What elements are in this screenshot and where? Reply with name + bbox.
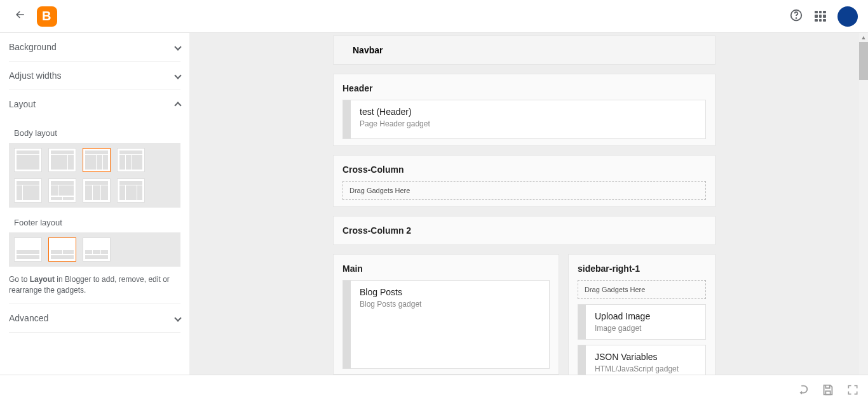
scrollbar-thumb[interactable] <box>859 42 868 80</box>
body-layout-option-3[interactable] <box>83 148 111 172</box>
chevron-down-icon <box>174 314 181 321</box>
layout-help-text: Go to Layout in Blogger to add, remove, … <box>9 274 180 296</box>
region-title: Header <box>342 83 706 100</box>
upload-image-gadget[interactable]: Upload Image Image gadget <box>578 304 706 340</box>
region-title: Cross-Column 2 <box>342 225 706 236</box>
bottom-bar <box>0 375 868 406</box>
footer-layout-option-1[interactable] <box>14 237 42 262</box>
chevron-up-icon <box>174 102 181 109</box>
settings-sidebar: Background Adjust widths Layout Body lay… <box>0 33 189 375</box>
footer-layout-grid <box>9 232 180 267</box>
section-background[interactable]: Background <box>9 33 180 62</box>
footer-layout-label: Footer layout <box>14 218 180 227</box>
section-label: Background <box>9 42 57 52</box>
section-label: Layout <box>9 99 36 109</box>
gadget-title: Blog Posts <box>360 287 540 297</box>
vertical-scrollbar[interactable]: ▲ <box>859 33 868 375</box>
drag-handle-icon[interactable] <box>578 305 586 339</box>
svg-point-1 <box>796 18 797 18</box>
region-title: Main <box>342 264 550 280</box>
header-region: Header test (Header) Page Header gadget <box>333 74 715 146</box>
drag-handle-icon[interactable] <box>578 345 586 375</box>
apps-icon[interactable] <box>815 11 826 22</box>
body-layout-option-6[interactable] <box>48 178 76 203</box>
help-icon[interactable] <box>789 8 803 25</box>
body-layout-option-7[interactable] <box>83 178 111 203</box>
drag-handle-icon[interactable] <box>343 281 351 368</box>
body-layout-option-8[interactable] <box>117 178 145 203</box>
section-label: Adjust widths <box>9 70 61 81</box>
gadget-title: JSON Variables <box>595 352 696 362</box>
cross-column-2-region: Cross-Column 2 <box>333 216 715 245</box>
gadget-subtitle: HTML/JavaScript gadget <box>595 364 696 373</box>
chevron-down-icon <box>174 72 181 79</box>
section-adjust-widths[interactable]: Adjust widths <box>9 62 180 90</box>
region-title: Cross-Column <box>342 164 706 181</box>
layout-canvas: Navbar Header test (Header) Page Header … <box>189 33 868 375</box>
section-layout[interactable]: Layout <box>9 90 180 118</box>
body-layout-option-1[interactable] <box>14 148 42 172</box>
main-region: Main Blog Posts Blog Posts gadget <box>333 254 559 375</box>
scroll-up-icon[interactable]: ▲ <box>859 33 868 42</box>
section-label: Advanced <box>9 313 48 323</box>
section-advanced[interactable]: Advanced <box>9 304 180 333</box>
fullscreen-icon[interactable] <box>846 384 859 399</box>
drag-gadgets-dropzone[interactable]: Drag Gadgets Here <box>578 280 706 299</box>
revert-icon[interactable] <box>796 383 810 399</box>
region-title: sidebar-right-1 <box>578 264 706 280</box>
main-content: Background Adjust widths Layout Body lay… <box>0 33 868 375</box>
blogger-logo-icon[interactable] <box>37 6 57 27</box>
gadget-title: Upload Image <box>595 311 696 321</box>
layout-panel: Body layout Footer layout Go to Layout i… <box>9 128 180 296</box>
body-layout-option-5[interactable] <box>14 178 42 203</box>
json-variables-gadget[interactable]: JSON Variables HTML/JavaScript gadget <box>578 345 706 375</box>
gadget-subtitle: Page Header gadget <box>360 119 696 128</box>
footer-layout-option-3[interactable] <box>83 237 111 262</box>
drag-handle-icon[interactable] <box>343 100 351 138</box>
body-layout-grid <box>9 143 180 208</box>
top-bar <box>0 0 868 33</box>
gadget-subtitle: Blog Posts gadget <box>360 300 540 309</box>
gadget-title: test (Header) <box>360 107 696 117</box>
body-layout-option-2[interactable] <box>48 148 76 172</box>
header-gadget[interactable]: test (Header) Page Header gadget <box>342 100 706 139</box>
drag-gadgets-dropzone[interactable]: Drag Gadgets Here <box>342 181 706 200</box>
navbar-region[interactable]: Navbar <box>333 36 715 65</box>
blog-posts-gadget[interactable]: Blog Posts Blog Posts gadget <box>342 280 550 369</box>
footer-links: Terms of Service· Privacy· Content Polic… <box>9 371 180 375</box>
sidebar-right-region: sidebar-right-1 Drag Gadgets Here Upload… <box>568 254 715 375</box>
body-layout-option-4[interactable] <box>117 148 145 172</box>
back-button[interactable] <box>10 4 31 28</box>
body-layout-label: Body layout <box>14 128 180 138</box>
chevron-down-icon <box>174 43 181 50</box>
footer-layout-option-2[interactable] <box>48 237 76 262</box>
region-title: Navbar <box>353 45 383 55</box>
gadget-subtitle: Image gadget <box>595 324 696 333</box>
save-icon[interactable] <box>821 383 835 399</box>
cross-column-region: Cross-Column Drag Gadgets Here <box>333 155 715 207</box>
account-avatar[interactable] <box>837 6 858 27</box>
